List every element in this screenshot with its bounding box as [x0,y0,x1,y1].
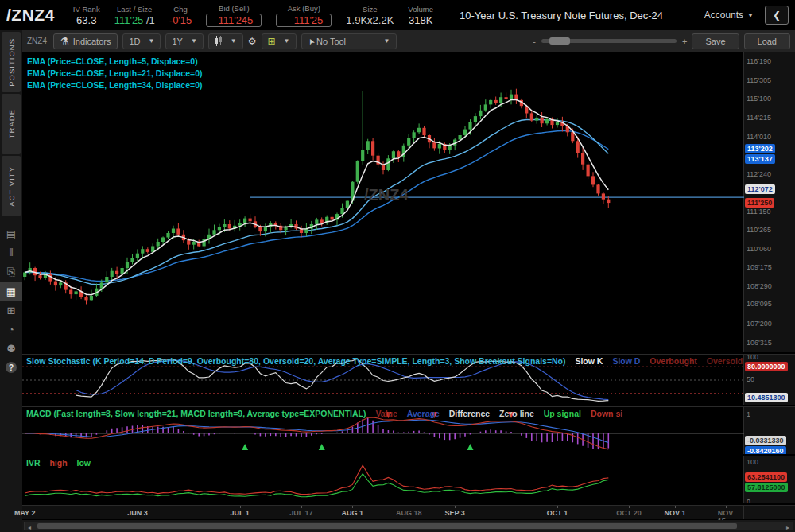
zoom-slider-thumb[interactable] [549,37,570,45]
gear-icon[interactable]: ⚙ [248,36,257,47]
time-tick [455,506,456,508]
time-axis[interactable]: MAY 2JUN 3JUL 1JUL 17AUG 1AUG 18SEP 3OCT… [22,506,744,519]
accounts-dropdown[interactable]: Accounts ▼ [704,10,754,21]
watchlist-icon[interactable]: ▤ [0,224,22,243]
quotes-icon[interactable]: ⫴ [0,243,22,262]
chart-scrollbar-row: ◂ ▸ [22,520,795,532]
timeframe-dropdown[interactable]: 1D ▼ [122,33,161,49]
zoom-in-button[interactable]: + [682,37,687,46]
volume-value: 318K [409,14,432,26]
ivr-title-row: IVR high low [26,458,91,468]
tab-positions[interactable]: POSITIONS [2,32,21,92]
volume-cell: Volume 318K [408,5,433,26]
time-axis-label: OCT 20 [616,509,642,517]
ema34-study-label[interactable]: EMA (Price=CLOSE, Length=34, Displace=0) [27,80,202,91]
chevron-down-icon: ▼ [284,37,290,45]
axis-label: 50 [747,375,754,383]
axis-label: 100 [747,458,758,466]
time-axis-label: JUL 17 [289,509,312,517]
chart-module: ZNZ4 ⚗ Indicators 1D ▼ 1Y ▼ ▼ ⚙ [22,30,795,532]
legend-oversold: Oversold [707,356,743,366]
scroll-right-icon[interactable]: ▸ [784,524,792,531]
zoom-control: - + [533,37,687,46]
axis-label: 115'305 [747,76,771,84]
axis-label: 107'200 [747,320,772,328]
axis-label: 110'265 [747,226,771,234]
time-tick [629,506,630,508]
axis-label: 100 [747,355,758,361]
ask-cell: Ask (Buy) 111'25 [276,4,332,27]
community-icon[interactable]: ⚉ [0,339,22,358]
iv-rank-label: IV Rank [73,5,100,14]
axis-price-bubble: -0.8420160 [745,446,786,454]
collapse-panel-button[interactable]: ❮ [765,6,789,25]
load-button[interactable]: Load [744,33,790,49]
legend-slow-k: Slow K [575,356,603,366]
ivr-axis[interactable]: 100063.254110057.8125000 [744,456,795,503]
grid-layout-dropdown[interactable]: ⊞ ▼ [262,33,297,49]
chevron-down-icon: ▼ [384,37,390,45]
time-axis-label: AUG 1 [342,509,364,517]
legend-ivr-low: low [77,458,91,468]
iv-rank-value: 63.3 [76,14,96,26]
horizontal-scrollbar[interactable]: ◂ ▸ [24,522,793,530]
axis-price-bubble: 113'137 [745,154,775,164]
save-button[interactable]: Save [692,33,739,49]
ema5-study-label[interactable]: EMA (Price=CLOSE, Length=5, Displace=0) [27,56,202,68]
time-tick [675,506,676,508]
macd-plot[interactable]: MACD (Fast length=8, Slow length=21, MAC… [22,407,744,454]
indicators-button[interactable]: ⚗ Indicators [53,33,118,49]
stochastic-plot[interactable]: Slow Stochastic (K Period=14, D Period=9… [22,355,744,405]
grid-icon[interactable]: ⊞ [0,301,22,320]
axis-label: 106'315 [747,339,772,347]
scroll-left-icon[interactable]: ◂ [25,524,33,531]
ivr-title[interactable]: IVR [26,458,41,468]
chevron-down-icon: ▼ [149,37,155,45]
axis-price-bubble: 10.4851300 [745,393,788,402]
chart-type-dropdown[interactable]: ▼ [208,33,243,49]
change-value: -0'15 [169,14,192,26]
macd-axis[interactable]: 1-0.0331330-0.8420160-0.8751490 [744,407,795,454]
drawing-tool-dropdown[interactable]: ➤ No Tool ▼ [301,33,397,49]
tab-trade[interactable]: TRADE [2,94,21,154]
accounts-label: Accounts [704,10,743,21]
change-cell: Chg -0'15 [169,5,192,26]
size-label: Size [363,5,377,14]
chart-toolbar: ZNZ4 ⚗ Indicators 1D ▼ 1Y ▼ ▼ ⚙ [22,30,795,52]
ema21-study-label[interactable]: EMA (Price=CLOSE, Length=21, Displace=0) [27,68,202,80]
price-chart-plot[interactable]: /ZNZ4 EMA (Price=CLOSE, Length=5, Displa… [22,52,744,352]
legend-macd-up-signal: Up signal [544,409,581,418]
chart-icon[interactable]: ▦ [0,282,22,301]
stochastic-title[interactable]: Slow Stochastic (K Period=14, D Period=9… [26,356,566,366]
time-tick [352,506,353,508]
axis-label: 116'190 [747,57,771,65]
stochastic-axis[interactable]: 1005080.000000010.4851300 [744,355,795,405]
time-tick [726,506,727,508]
ask-button[interactable]: 111'25 [276,14,332,27]
time-axis-label: MAY 2 [14,509,36,517]
time-tick [557,506,558,508]
tab-activity[interactable]: ACTIVITY [2,156,21,216]
axis-label: 1 [747,410,750,418]
macd-title[interactable]: MACD (Fast length=8, Slow length=21, MAC… [26,409,366,418]
last-size-cell: Last / Size 111'25 /1 [114,5,155,26]
axis-price-bubble: 112'072 [745,184,775,194]
zoom-slider[interactable] [541,39,677,43]
ivr-plot[interactable]: IVR high low [22,456,744,503]
zoom-out-button[interactable]: - [533,37,536,46]
symbol-title: /ZNZ4 [6,6,55,25]
price-axis[interactable]: 116'190115'305115'100114'215114'010112'2… [744,52,795,352]
scrollbar-thumb[interactable] [37,523,737,529]
history-icon[interactable]: ◔ [0,320,22,339]
chart-watermark: /ZNZ4 [364,186,409,204]
time-axis-label: SEP 3 [444,509,464,517]
range-dropdown[interactable]: 1Y ▼ [165,33,203,49]
legend-macd-difference: Difference [449,409,490,418]
help-icon[interactable]: ? [0,358,22,377]
chevron-down-icon: ▼ [747,12,754,19]
time-axis-label: JUN 3 [127,509,148,517]
time-tick [240,506,241,508]
bid-button[interactable]: 111'245 [206,14,262,27]
export-icon[interactable]: ⎘ [0,262,22,282]
time-tick [301,506,302,508]
